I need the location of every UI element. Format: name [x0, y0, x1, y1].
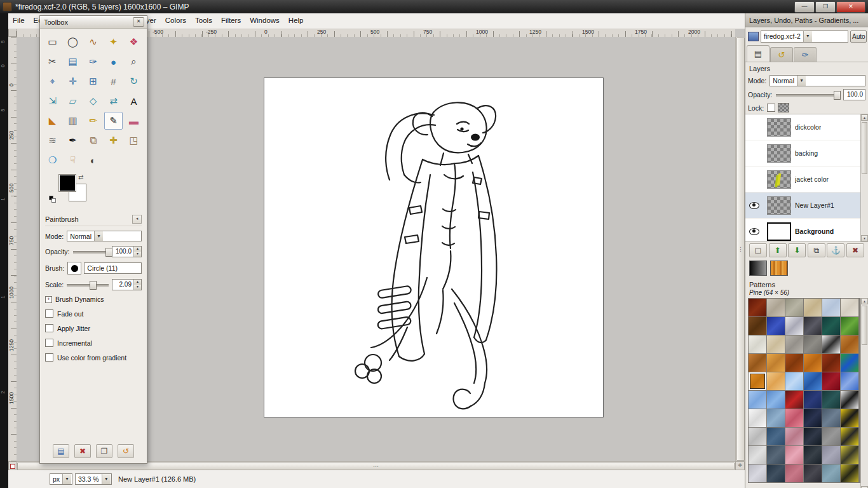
pattern-cell[interactable] [767, 354, 785, 372]
pattern-cell[interactable] [785, 354, 803, 372]
pattern-cell[interactable] [749, 299, 766, 316]
scale-spin[interactable]: 2.09 ▲▼ [112, 279, 142, 290]
pattern-cell[interactable] [822, 372, 840, 390]
layer-opacity-spin[interactable]: 100.0 [843, 89, 865, 100]
foreground-color-swatch[interactable] [59, 175, 76, 191]
tool-dodge-burn[interactable]: ◐ [84, 151, 102, 169]
pattern-cell[interactable] [841, 446, 858, 464]
menu-help[interactable]: Help [284, 13, 308, 29]
pattern-cell[interactable] [785, 336, 803, 353]
tool-move[interactable]: ✛ [64, 72, 82, 90]
opacity-spin[interactable]: 100.0 ▲▼ [112, 246, 142, 257]
lock-alpha-icon[interactable] [778, 103, 789, 112]
menu-windows[interactable]: Windows [245, 13, 284, 29]
option-use-color-from-gradient[interactable]: Use color from gradient [45, 353, 142, 362]
pattern-cell[interactable] [749, 391, 766, 409]
pattern-cell[interactable] [822, 299, 840, 316]
menu-file[interactable]: File [8, 13, 29, 29]
close-button[interactable]: ✕ [836, 1, 865, 13]
scroll-up-icon[interactable]: ▲ [861, 298, 868, 304]
toolbox-close-icon[interactable]: ✕ [133, 17, 144, 27]
pattern-cell[interactable] [767, 446, 785, 464]
tool-scale[interactable]: ⇲ [43, 92, 62, 110]
duplicate-layer-button[interactable]: ⧉ [808, 243, 825, 257]
scroll-up-icon[interactable]: ▲ [861, 114, 868, 121]
dock-titlebar[interactable]: Layers, Undo, Paths - Gradients, ... [745, 13, 868, 27]
pattern-cell[interactable] [841, 464, 858, 482]
pattern-cell[interactable] [749, 372, 766, 390]
pattern-cell[interactable] [822, 336, 840, 353]
scale-slider[interactable] [67, 280, 109, 289]
pattern-cell[interactable] [822, 317, 840, 335]
raise-layer-button[interactable]: ⬆ [769, 243, 787, 257]
pattern-cell[interactable] [767, 428, 785, 445]
pattern-cell[interactable] [767, 336, 785, 353]
lower-layer-button[interactable]: ⬇ [788, 243, 806, 257]
pattern-cell[interactable] [804, 336, 822, 353]
v-ruler[interactable]: 0250500750100012501500 [8, 37, 17, 461]
image-canvas[interactable] [264, 78, 604, 417]
pattern-cell[interactable] [841, 409, 858, 427]
pattern-cell[interactable] [841, 299, 858, 316]
layer-opacity-slider[interactable] [776, 90, 840, 99]
swap-colors-icon[interactable]: ⇄ [78, 173, 83, 180]
tool-perspective[interactable]: ◇ [84, 92, 102, 110]
pattern-cell[interactable] [785, 446, 803, 464]
brush-dynamics-expander[interactable]: + Brush Dynamics [45, 295, 142, 303]
pattern-cell[interactable] [841, 317, 858, 335]
quick-mask-toggle[interactable] [8, 461, 17, 470]
anchor-layer-button[interactable]: ⚓ [827, 243, 844, 257]
checkbox-icon[interactable] [45, 353, 53, 362]
tool-fuzzy-select[interactable]: ✦ [104, 33, 123, 51]
layer-mode-combo[interactable]: Normal [770, 75, 865, 86]
scroll-down-icon[interactable]: ▼ [861, 235, 868, 241]
pattern-cell[interactable] [804, 354, 822, 372]
reset-options-button[interactable]: ↺ [118, 444, 134, 458]
pattern-cell[interactable] [822, 354, 840, 372]
menu-colors[interactable]: Colors [161, 13, 191, 29]
delete-options-button[interactable]: ❐ [96, 444, 112, 458]
tool-rotate[interactable]: ↻ [125, 72, 143, 90]
pattern-cell[interactable] [785, 428, 803, 445]
pattern-cell[interactable] [841, 354, 858, 372]
scrollbar-thumb[interactable] [862, 306, 867, 345]
minimize-button[interactable]: — [794, 1, 815, 13]
tool-eraser[interactable]: ▬ [125, 112, 143, 130]
pattern-cell[interactable] [785, 317, 803, 335]
tool-airbrush[interactable]: ≋ [43, 132, 62, 149]
visibility-cell[interactable] [748, 202, 761, 209]
pattern-cell[interactable] [822, 428, 840, 445]
pattern-cell[interactable] [841, 336, 858, 353]
layer-row[interactable]: backing [745, 140, 861, 166]
brush-preview[interactable] [67, 262, 81, 274]
layer-list-scrollbar[interactable]: ▲ ▼ [860, 114, 868, 241]
tool-ink[interactable]: ✒ [64, 132, 82, 149]
menu-tools[interactable]: Tools [191, 13, 217, 29]
tool-crop[interactable]: # [104, 72, 123, 90]
tool-heal[interactable]: ✚ [104, 132, 123, 149]
lock-pixels-checkbox[interactable] [767, 104, 775, 112]
pattern-cell[interactable] [785, 391, 803, 409]
tool-free-select[interactable]: ∿ [84, 33, 102, 51]
mode-combo[interactable]: Normal [67, 231, 142, 241]
tool-paintbrush[interactable]: ✎ [104, 112, 123, 130]
dock-tab-layers[interactable]: ▤ [747, 45, 770, 62]
active-pattern-swatch[interactable] [770, 261, 788, 276]
tool-perspective-clone[interactable]: ◳ [125, 132, 143, 149]
save-options-button[interactable]: ▤ [53, 444, 69, 458]
pattern-cell[interactable] [767, 372, 785, 390]
tool-scissors-select[interactable]: ✂ [43, 53, 62, 71]
tool-zoom[interactable]: ⌕ [125, 53, 143, 71]
tool-flip[interactable]: ⇄ [104, 92, 123, 110]
layer-row[interactable]: Background [745, 219, 861, 242]
brush-name[interactable]: Circle (11) [84, 262, 142, 274]
opacity-slider[interactable] [73, 247, 109, 256]
ruler-corner[interactable] [8, 29, 17, 37]
tool-text[interactable]: A [125, 92, 143, 110]
toolbox-titlebar[interactable]: Toolbox ✕ [40, 16, 147, 29]
pattern-cell[interactable] [804, 372, 822, 390]
pattern-cell[interactable] [822, 446, 840, 464]
dock-tab-undo[interactable]: ↺ [770, 47, 793, 62]
tool-ellipse-select[interactable]: ◯ [64, 33, 82, 51]
pattern-cell[interactable] [804, 409, 822, 427]
